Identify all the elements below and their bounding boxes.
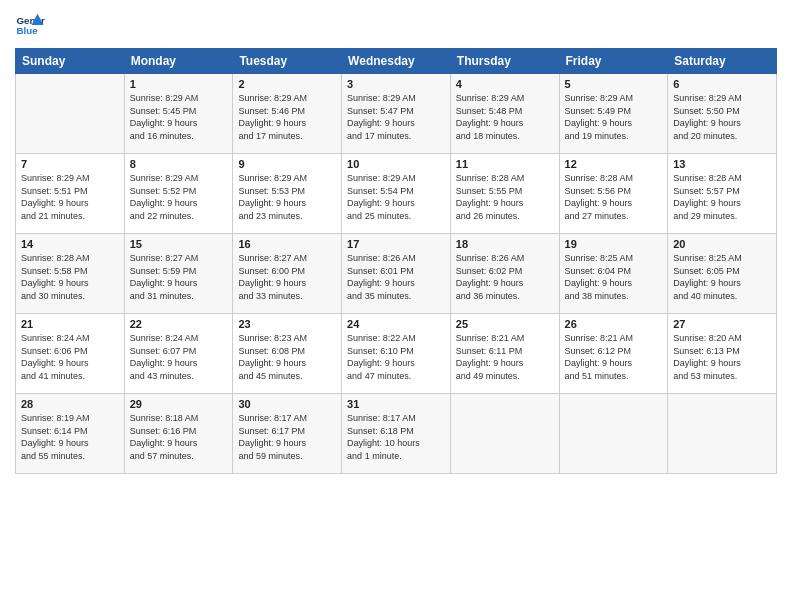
cell-info: Sunrise: 8:29 AM Sunset: 5:50 PM Dayligh… [673,92,771,142]
calendar-cell: 19Sunrise: 8:25 AM Sunset: 6:04 PM Dayli… [559,234,668,314]
day-number: 24 [347,318,445,330]
cell-info: Sunrise: 8:28 AM Sunset: 5:56 PM Dayligh… [565,172,663,222]
week-row-0: 1Sunrise: 8:29 AM Sunset: 5:45 PM Daylig… [16,74,777,154]
cell-info: Sunrise: 8:28 AM Sunset: 5:57 PM Dayligh… [673,172,771,222]
calendar-cell [16,74,125,154]
day-number: 2 [238,78,336,90]
logo: General Blue [15,10,49,40]
calendar-cell: 26Sunrise: 8:21 AM Sunset: 6:12 PM Dayli… [559,314,668,394]
col-header-friday: Friday [559,49,668,74]
calendar-cell [559,394,668,474]
calendar-cell: 13Sunrise: 8:28 AM Sunset: 5:57 PM Dayli… [668,154,777,234]
calendar-cell: 27Sunrise: 8:20 AM Sunset: 6:13 PM Dayli… [668,314,777,394]
calendar-cell: 7Sunrise: 8:29 AM Sunset: 5:51 PM Daylig… [16,154,125,234]
calendar-cell: 11Sunrise: 8:28 AM Sunset: 5:55 PM Dayli… [450,154,559,234]
calendar-cell: 14Sunrise: 8:28 AM Sunset: 5:58 PM Dayli… [16,234,125,314]
calendar-cell: 31Sunrise: 8:17 AM Sunset: 6:18 PM Dayli… [342,394,451,474]
calendar-cell: 4Sunrise: 8:29 AM Sunset: 5:48 PM Daylig… [450,74,559,154]
cell-info: Sunrise: 8:29 AM Sunset: 5:45 PM Dayligh… [130,92,228,142]
cell-info: Sunrise: 8:17 AM Sunset: 6:17 PM Dayligh… [238,412,336,462]
week-row-3: 21Sunrise: 8:24 AM Sunset: 6:06 PM Dayli… [16,314,777,394]
cell-info: Sunrise: 8:21 AM Sunset: 6:12 PM Dayligh… [565,332,663,382]
calendar-header-row: SundayMondayTuesdayWednesdayThursdayFrid… [16,49,777,74]
cell-info: Sunrise: 8:26 AM Sunset: 6:02 PM Dayligh… [456,252,554,302]
logo-icon: General Blue [15,10,45,40]
day-number: 4 [456,78,554,90]
cell-info: Sunrise: 8:26 AM Sunset: 6:01 PM Dayligh… [347,252,445,302]
cell-info: Sunrise: 8:29 AM Sunset: 5:51 PM Dayligh… [21,172,119,222]
calendar-table: SundayMondayTuesdayWednesdayThursdayFrid… [15,48,777,474]
calendar-cell: 23Sunrise: 8:23 AM Sunset: 6:08 PM Dayli… [233,314,342,394]
cell-info: Sunrise: 8:21 AM Sunset: 6:11 PM Dayligh… [456,332,554,382]
day-number: 17 [347,238,445,250]
day-number: 1 [130,78,228,90]
calendar-cell: 17Sunrise: 8:26 AM Sunset: 6:01 PM Dayli… [342,234,451,314]
col-header-thursday: Thursday [450,49,559,74]
cell-info: Sunrise: 8:27 AM Sunset: 6:00 PM Dayligh… [238,252,336,302]
col-header-saturday: Saturday [668,49,777,74]
calendar-cell: 12Sunrise: 8:28 AM Sunset: 5:56 PM Dayli… [559,154,668,234]
week-row-2: 14Sunrise: 8:28 AM Sunset: 5:58 PM Dayli… [16,234,777,314]
calendar-cell: 9Sunrise: 8:29 AM Sunset: 5:53 PM Daylig… [233,154,342,234]
day-number: 28 [21,398,119,410]
cell-info: Sunrise: 8:29 AM Sunset: 5:53 PM Dayligh… [238,172,336,222]
cell-info: Sunrise: 8:29 AM Sunset: 5:54 PM Dayligh… [347,172,445,222]
calendar-cell: 10Sunrise: 8:29 AM Sunset: 5:54 PM Dayli… [342,154,451,234]
day-number: 19 [565,238,663,250]
calendar-cell: 25Sunrise: 8:21 AM Sunset: 6:11 PM Dayli… [450,314,559,394]
day-number: 11 [456,158,554,170]
cell-info: Sunrise: 8:17 AM Sunset: 6:18 PM Dayligh… [347,412,445,462]
calendar-cell: 3Sunrise: 8:29 AM Sunset: 5:47 PM Daylig… [342,74,451,154]
cell-info: Sunrise: 8:18 AM Sunset: 6:16 PM Dayligh… [130,412,228,462]
calendar-cell [450,394,559,474]
calendar-cell: 30Sunrise: 8:17 AM Sunset: 6:17 PM Dayli… [233,394,342,474]
page: General Blue SundayMondayTuesdayWednesda… [0,0,792,612]
day-number: 25 [456,318,554,330]
cell-info: Sunrise: 8:29 AM Sunset: 5:48 PM Dayligh… [456,92,554,142]
calendar-cell: 5Sunrise: 8:29 AM Sunset: 5:49 PM Daylig… [559,74,668,154]
calendar-cell: 20Sunrise: 8:25 AM Sunset: 6:05 PM Dayli… [668,234,777,314]
day-number: 3 [347,78,445,90]
day-number: 31 [347,398,445,410]
cell-info: Sunrise: 8:28 AM Sunset: 5:58 PM Dayligh… [21,252,119,302]
cell-info: Sunrise: 8:29 AM Sunset: 5:47 PM Dayligh… [347,92,445,142]
day-number: 6 [673,78,771,90]
cell-info: Sunrise: 8:29 AM Sunset: 5:52 PM Dayligh… [130,172,228,222]
day-number: 29 [130,398,228,410]
day-number: 10 [347,158,445,170]
col-header-sunday: Sunday [16,49,125,74]
calendar-cell: 18Sunrise: 8:26 AM Sunset: 6:02 PM Dayli… [450,234,559,314]
day-number: 22 [130,318,228,330]
cell-info: Sunrise: 8:27 AM Sunset: 5:59 PM Dayligh… [130,252,228,302]
day-number: 7 [21,158,119,170]
day-number: 21 [21,318,119,330]
cell-info: Sunrise: 8:25 AM Sunset: 6:04 PM Dayligh… [565,252,663,302]
cell-info: Sunrise: 8:20 AM Sunset: 6:13 PM Dayligh… [673,332,771,382]
day-number: 30 [238,398,336,410]
cell-info: Sunrise: 8:29 AM Sunset: 5:49 PM Dayligh… [565,92,663,142]
week-row-1: 7Sunrise: 8:29 AM Sunset: 5:51 PM Daylig… [16,154,777,234]
cell-info: Sunrise: 8:24 AM Sunset: 6:06 PM Dayligh… [21,332,119,382]
calendar-cell: 6Sunrise: 8:29 AM Sunset: 5:50 PM Daylig… [668,74,777,154]
svg-text:Blue: Blue [17,25,39,36]
col-header-wednesday: Wednesday [342,49,451,74]
cell-info: Sunrise: 8:19 AM Sunset: 6:14 PM Dayligh… [21,412,119,462]
day-number: 8 [130,158,228,170]
col-header-monday: Monday [124,49,233,74]
cell-info: Sunrise: 8:24 AM Sunset: 6:07 PM Dayligh… [130,332,228,382]
calendar-cell: 1Sunrise: 8:29 AM Sunset: 5:45 PM Daylig… [124,74,233,154]
day-number: 12 [565,158,663,170]
week-row-4: 28Sunrise: 8:19 AM Sunset: 6:14 PM Dayli… [16,394,777,474]
day-number: 20 [673,238,771,250]
header: General Blue [15,10,777,40]
day-number: 26 [565,318,663,330]
calendar-cell: 16Sunrise: 8:27 AM Sunset: 6:00 PM Dayli… [233,234,342,314]
day-number: 18 [456,238,554,250]
cell-info: Sunrise: 8:29 AM Sunset: 5:46 PM Dayligh… [238,92,336,142]
cell-info: Sunrise: 8:23 AM Sunset: 6:08 PM Dayligh… [238,332,336,382]
calendar-cell: 29Sunrise: 8:18 AM Sunset: 6:16 PM Dayli… [124,394,233,474]
day-number: 23 [238,318,336,330]
calendar-cell: 22Sunrise: 8:24 AM Sunset: 6:07 PM Dayli… [124,314,233,394]
day-number: 15 [130,238,228,250]
calendar-cell: 24Sunrise: 8:22 AM Sunset: 6:10 PM Dayli… [342,314,451,394]
